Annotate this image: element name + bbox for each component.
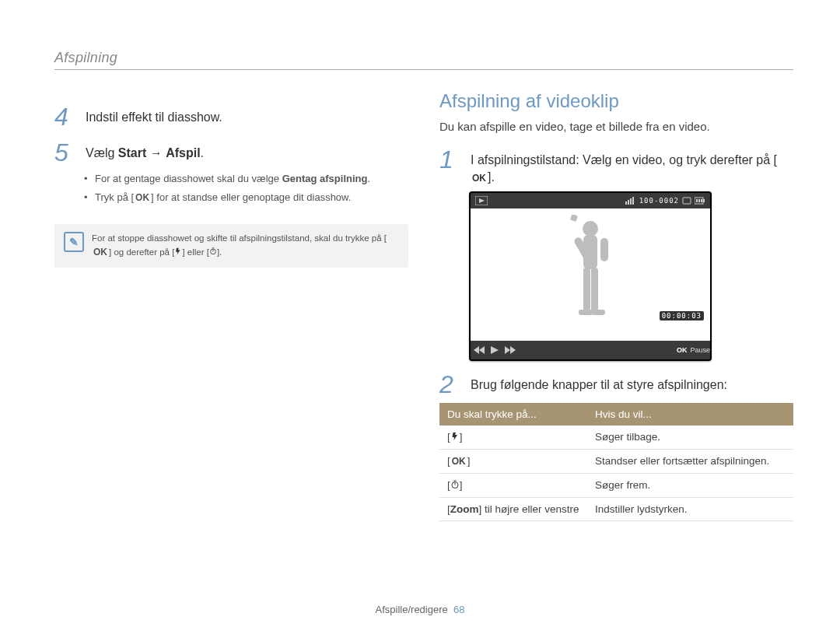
svg-rect-5: [630, 198, 632, 205]
note-icon: ✎: [64, 232, 84, 252]
right-column: Afspilning af videoklip Du kan afspille …: [439, 93, 793, 521]
action-cell: Standser eller fortsætter afspilningen.: [587, 449, 793, 473]
controls-table: Du skal trykke på... Hvis du vil... [] S…: [439, 403, 793, 521]
svg-rect-21: [570, 215, 578, 222]
text: I afspilningstilstand: Vælg en video, og…: [471, 153, 777, 166]
text: .: [201, 146, 204, 159]
bold: Afspil: [166, 146, 200, 159]
flash-icon: [450, 432, 460, 443]
person-silhouette: [555, 215, 625, 335]
section-lede: Du kan afspille en video, tage et billed…: [439, 120, 793, 133]
svg-rect-17: [583, 268, 590, 311]
step-2: 2 Brug følgende knapper til at styre afs…: [439, 372, 793, 397]
svg-rect-4: [628, 200, 629, 205]
key-cell: []: [439, 474, 587, 498]
svg-rect-12: [703, 199, 705, 202]
step-4: 4 Indstil effekt til diasshow.: [54, 104, 408, 129]
text: ] eller [: [182, 247, 209, 256]
arrow: →: [146, 146, 166, 159]
svg-rect-18: [591, 268, 598, 311]
signal-icon: [625, 197, 636, 205]
play-mode-icon: [475, 196, 488, 205]
svg-rect-6: [632, 197, 634, 205]
action-cell: Søger tilbage.: [587, 426, 793, 449]
svg-rect-11: [701, 199, 702, 202]
svg-rect-16: [600, 238, 608, 261]
file-counter: 100-0002: [639, 197, 679, 205]
svg-rect-9: [696, 199, 698, 202]
memory-icon: [682, 197, 691, 205]
text: For at stoppe diasshowet og skifte til a…: [92, 233, 387, 243]
playback-bar: OK Pause: [471, 341, 710, 359]
table-row: [Zoom] til højre eller venstre Indstille…: [439, 498, 793, 521]
svg-marker-2: [479, 198, 485, 203]
manual-page: Afspilning 4 Indstil effekt til diasshow…: [0, 0, 840, 634]
table-row: [OK] Standser eller fortsætter afspilnin…: [439, 449, 793, 473]
ok-icon: OK: [134, 190, 151, 205]
ok-pause-hint: OK Pause: [672, 346, 710, 354]
timecode: 00:00:03: [660, 311, 704, 321]
note-callout: ✎ For at stoppe diasshowet og skifte til…: [54, 224, 408, 268]
svg-rect-3: [625, 201, 627, 205]
table-row: [] Søger frem.: [439, 474, 793, 498]
step-number: 4: [54, 104, 76, 129]
key-cell: [OK]: [439, 449, 587, 473]
camera-preview: 100-0002: [469, 191, 712, 361]
status-icons: 100-0002: [625, 197, 705, 205]
svg-rect-20: [591, 310, 605, 315]
timer-icon: [209, 246, 217, 259]
ok-icon: OK: [92, 245, 109, 260]
bullet-list: For at gentage diasshowet skal du vælge …: [84, 171, 408, 205]
text: ] til højre eller venstre: [479, 503, 579, 515]
svg-point-13: [583, 221, 598, 236]
step-text: Vælg Start → Afspil.: [86, 140, 204, 162]
key-cell: []: [439, 426, 587, 449]
step-number: 2: [439, 372, 461, 397]
key-cell: [Zoom] til højre eller venstre: [439, 498, 587, 521]
step-5: 5 Vælg Start → Afspil.: [54, 140, 408, 165]
bold: Gentag afspilning: [282, 173, 368, 184]
svg-marker-22: [474, 346, 479, 354]
action-cell: Indstiller lydstyrken.: [587, 498, 793, 521]
running-head: Afspilning: [54, 50, 793, 70]
list-item: For at gentage diasshowet skal du vælge …: [84, 171, 408, 187]
section-heading: Afspilning af videoklip: [439, 90, 793, 112]
svg-rect-7: [683, 198, 691, 204]
svg-marker-26: [510, 346, 516, 354]
action-cell: Søger frem.: [587, 474, 793, 498]
page-footer: Afspille/redigere 68: [0, 604, 840, 615]
video-frame: 00:00:03: [471, 208, 710, 341]
table-header: Hvis du vil...: [587, 403, 793, 426]
list-item: Tryk på [OK] for at standse eller genopt…: [84, 190, 408, 206]
note-body: For at stoppe diasshowet og skifte til a…: [92, 232, 399, 260]
table-header: Du skal trykke på...: [439, 403, 587, 426]
left-column: 4 Indstil effekt til diasshow. 5 Vælg St…: [54, 93, 408, 521]
text: ].: [488, 170, 495, 184]
pause-label: Pause: [690, 346, 710, 354]
timer-icon: [450, 480, 460, 492]
bold: Start: [118, 146, 146, 159]
svg-rect-10: [698, 199, 700, 202]
text: .: [367, 173, 370, 184]
battery-icon: [695, 197, 705, 205]
text: ] for at standse eller genoptage dit dia…: [151, 191, 351, 203]
step-text: Indstil effekt til diasshow.: [86, 104, 222, 126]
svg-marker-24: [491, 346, 499, 354]
rewind-icon: [474, 346, 485, 354]
ok-icon: OK: [471, 171, 488, 186]
step-text: I afspilningstilstand: Vælg en video, og…: [471, 147, 793, 187]
table-row: [] Søger tilbage.: [439, 426, 793, 449]
ok-icon: OK: [450, 455, 467, 468]
svg-rect-19: [579, 310, 593, 315]
text: Vælg: [86, 146, 118, 159]
page-number: 68: [453, 604, 464, 615]
flash-icon: [174, 246, 182, 259]
forward-icon: [505, 346, 516, 354]
text: ] og derefter på [: [109, 247, 174, 256]
ok-label: OK: [677, 346, 688, 354]
step-number: 5: [54, 140, 76, 165]
play-icon: [491, 346, 499, 354]
step-number: 1: [439, 147, 461, 172]
text: ].: [217, 247, 222, 256]
text: Tryk på [: [95, 191, 134, 203]
